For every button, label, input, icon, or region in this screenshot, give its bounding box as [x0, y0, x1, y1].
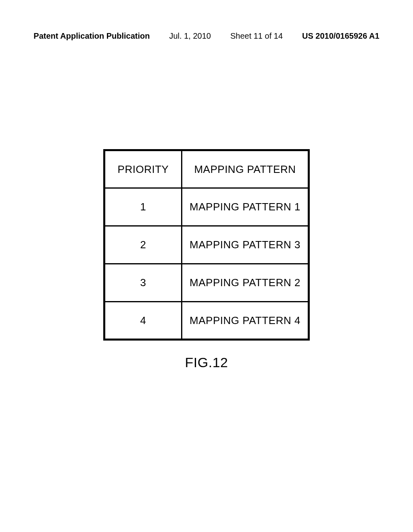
table-row: 2 MAPPING PATTERN 3 — [104, 226, 309, 264]
table-header-row: PRIORITY MAPPING PATTERN — [104, 150, 309, 188]
cell-priority: 4 — [104, 302, 182, 340]
cell-pattern: MAPPING PATTERN 2 — [182, 264, 309, 302]
mapping-table-container: PRIORITY MAPPING PATTERN 1 MAPPING PATTE… — [103, 149, 310, 341]
header-sheet: Sheet 11 of 14 — [230, 31, 283, 41]
cell-priority: 1 — [104, 188, 182, 226]
mapping-table: PRIORITY MAPPING PATTERN 1 MAPPING PATTE… — [103, 149, 310, 341]
page-header: Patent Application Publication Jul. 1, 2… — [0, 31, 413, 41]
figure-caption: FIG.12 — [185, 355, 228, 370]
header-date: Jul. 1, 2010 — [169, 31, 211, 41]
cell-pattern: MAPPING PATTERN 4 — [182, 302, 309, 340]
cell-priority: 2 — [104, 226, 182, 264]
table-row: 4 MAPPING PATTERN 4 — [104, 302, 309, 340]
header-pubnum: US 2010/0165926 A1 — [302, 31, 380, 41]
cell-pattern: MAPPING PATTERN 3 — [182, 226, 309, 264]
table-row: 1 MAPPING PATTERN 1 — [104, 188, 309, 226]
cell-priority: 3 — [104, 264, 182, 302]
header-pattern: MAPPING PATTERN — [182, 150, 309, 188]
table-row: 3 MAPPING PATTERN 2 — [104, 264, 309, 302]
header-priority: PRIORITY — [104, 150, 182, 188]
header-publication-label: Patent Application Publication — [33, 31, 150, 41]
page: Patent Application Publication Jul. 1, 2… — [0, 0, 413, 532]
cell-pattern: MAPPING PATTERN 1 — [182, 188, 309, 226]
